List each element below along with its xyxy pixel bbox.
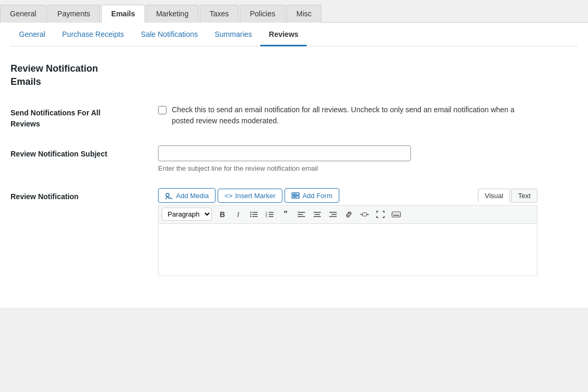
svg-point-9 — [250, 216, 251, 217]
subtab-sale-notifications[interactable]: Sale Notifications — [132, 23, 206, 46]
align-left-button[interactable] — [294, 208, 309, 221]
tab-general[interactable]: General — [0, 5, 46, 23]
tab-payments[interactable]: Payments — [47, 5, 100, 23]
insert-marker-icon: <> — [224, 192, 232, 200]
text-tab[interactable]: Text — [511, 189, 537, 203]
checkbox-row: Check this to send an email notification… — [158, 104, 577, 126]
page-wrapper: General Payments Emails Marketing Taxes … — [0, 0, 588, 392]
tab-marketing[interactable]: Marketing — [146, 5, 198, 23]
notification-row: Review Notification — [11, 188, 577, 276]
editor-body[interactable] — [158, 223, 537, 276]
send-notifications-label: Send Notifications For AllReviews — [11, 104, 158, 130]
ordered-list-button[interactable]: 1. 2. 3. — [262, 208, 277, 221]
section-title: Review NotificationEmails — [11, 62, 577, 89]
editor-wrapper: Add Media <> Insert Marker — [158, 188, 537, 276]
align-right-button[interactable] — [326, 208, 340, 221]
add-media-icon — [165, 191, 173, 200]
tab-taxes[interactable]: Taxes — [200, 5, 239, 23]
subject-hint: Enter the subject line for the review no… — [158, 164, 577, 172]
svg-rect-27 — [362, 213, 367, 216]
tab-policies[interactable]: Policies — [240, 5, 285, 23]
blockquote-button[interactable]: " — [278, 208, 293, 221]
italic-button[interactable]: I — [231, 208, 246, 221]
subject-label: Review Notification Subject — [11, 145, 158, 160]
svg-point-0 — [166, 193, 169, 197]
section-content: Review NotificationEmails Send Notificat… — [11, 46, 577, 276]
tab-misc[interactable]: Misc — [287, 5, 322, 23]
tab-emails[interactable]: Emails — [101, 5, 145, 23]
svg-point-5 — [250, 212, 251, 213]
send-notifications-row: Send Notifications For AllReviews Check … — [11, 104, 577, 130]
send-notifications-checkbox[interactable] — [158, 106, 166, 114]
fullscreen-button[interactable] — [373, 208, 388, 221]
link-button[interactable] — [341, 208, 356, 221]
unordered-list-button[interactable] — [247, 208, 261, 221]
format-toolbar: Paragraph B I — [158, 205, 537, 223]
svg-text:3.: 3. — [266, 214, 268, 218]
top-tabs: General Payments Emails Marketing Taxes … — [0, 0, 588, 23]
editor-top-row: Add Media <> Insert Marker — [158, 188, 537, 203]
add-media-label: Add Media — [176, 192, 209, 200]
subject-input[interactable] — [158, 145, 411, 161]
sub-tabs: General Purchase Receipts Sale Notificat… — [11, 23, 577, 46]
hr-button[interactable] — [357, 208, 372, 221]
subtab-summaries[interactable]: Summaries — [207, 23, 261, 46]
send-notifications-field: Check this to send an email notification… — [158, 104, 577, 126]
add-form-button[interactable]: Add Form — [285, 188, 339, 203]
visual-text-tabs: Visual Text — [478, 189, 537, 203]
bold-button[interactable]: B — [215, 208, 230, 221]
visual-tab[interactable]: Visual — [478, 189, 510, 203]
keyboard-button[interactable] — [389, 208, 404, 221]
paragraph-select[interactable]: Paragraph — [162, 208, 212, 221]
subject-field: Enter the subject line for the review no… — [158, 145, 577, 172]
svg-rect-28 — [392, 212, 400, 217]
align-center-button[interactable] — [310, 208, 325, 221]
insert-marker-label: Insert Marker — [235, 192, 276, 200]
notification-field: Add Media <> Insert Marker — [158, 188, 577, 276]
subtab-general[interactable]: General — [11, 23, 54, 46]
subtab-purchase-receipts[interactable]: Purchase Receipts — [54, 23, 133, 46]
editor-actions: Add Media <> Insert Marker — [158, 188, 339, 203]
svg-point-7 — [250, 214, 251, 215]
insert-marker-button[interactable]: <> Insert Marker — [218, 189, 282, 203]
content-area: General Purchase Receipts Sale Notificat… — [0, 23, 588, 308]
add-form-label: Add Form — [302, 192, 332, 200]
notification-label: Review Notification — [11, 188, 158, 202]
add-form-icon — [291, 191, 300, 200]
subtab-reviews[interactable]: Reviews — [260, 23, 307, 46]
subject-row: Review Notification Subject Enter the su… — [11, 145, 577, 172]
send-notifications-description: Check this to send an email notification… — [172, 104, 530, 126]
add-media-button[interactable]: Add Media — [158, 188, 215, 203]
